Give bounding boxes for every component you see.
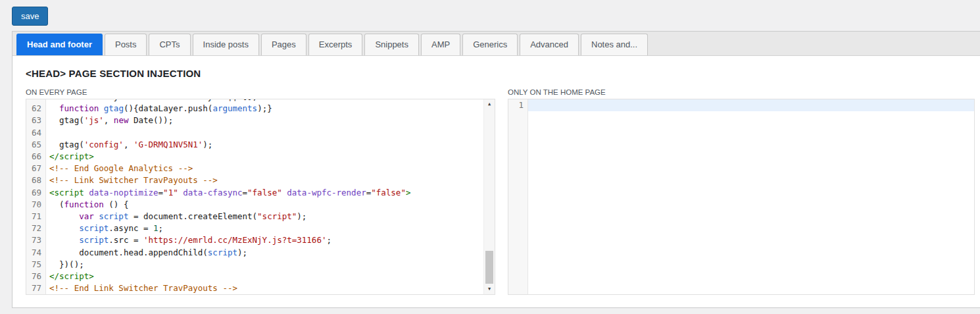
line-number: 68 bbox=[26, 174, 46, 186]
tab-generics[interactable]: Generics bbox=[462, 34, 518, 55]
settings-panel: Head and footerPostsCPTsInside postsPage… bbox=[12, 31, 980, 308]
code-token: <script bbox=[49, 188, 84, 197]
code-token: var bbox=[79, 211, 94, 221]
line-number: 76 bbox=[26, 271, 46, 282]
code-line: 72 script.async = 1; bbox=[26, 222, 495, 234]
code-line: 71 var script = document.createElement("… bbox=[26, 211, 495, 222]
code-token: > bbox=[406, 188, 411, 197]
code-line: 62 function gtag(){dataLayer.push(argume… bbox=[26, 103, 495, 115]
code-line: 74 document.head.appendChild(script); bbox=[26, 247, 495, 259]
tab-content: <HEAD> PAGE SECTION INJECTION ON EVERY P… bbox=[12, 56, 980, 295]
code-line: 75 })(); bbox=[26, 259, 495, 271]
code-token: ( bbox=[49, 199, 64, 209]
code-token: <!-- Link Switcher TravPayouts --> bbox=[49, 175, 218, 185]
scroll-up-button[interactable]: ▲ bbox=[484, 99, 495, 109]
section-heading: <HEAD> PAGE SECTION INJECTION bbox=[26, 68, 975, 79]
line-number: 71 bbox=[26, 211, 46, 222]
code-token: </script> bbox=[49, 151, 94, 161]
editor-scrollbar[interactable]: ▲ ▼ bbox=[483, 99, 495, 294]
code-token: ; bbox=[159, 223, 164, 233]
code-token: );} bbox=[257, 103, 272, 113]
tab-bar: Head and footerPostsCPTsInside postsPage… bbox=[12, 32, 980, 56]
line-number: 72 bbox=[26, 222, 46, 234]
code-line-text: script.async = 1; bbox=[46, 222, 495, 234]
tab-notes-and[interactable]: Notes and... bbox=[581, 34, 648, 55]
code-token: = document.createElement( bbox=[128, 211, 257, 221]
code-editor-home-page[interactable]: 1 bbox=[508, 99, 975, 295]
code-line: 68<!-- Link Switcher TravPayouts --> bbox=[26, 174, 495, 186]
tab-pages[interactable]: Pages bbox=[261, 34, 306, 55]
line-number: 74 bbox=[26, 247, 46, 259]
active-code-line: 1 bbox=[508, 99, 974, 111]
code-token: })(); bbox=[49, 259, 84, 269]
code-token: 'https://emrld.cc/MzExNjY.js?t=31166' bbox=[143, 235, 326, 245]
code-line-text: (function () { bbox=[46, 199, 495, 211]
save-button[interactable]: save bbox=[12, 7, 48, 26]
code-token: <!-- End Google Analytics --> bbox=[49, 163, 193, 173]
code-token bbox=[99, 103, 104, 113]
tab-inside-posts[interactable]: Inside posts bbox=[193, 34, 259, 55]
code-line-text: document.head.appendChild(script); bbox=[46, 247, 495, 259]
code-token: .async = bbox=[109, 223, 153, 233]
tab-head-and-footer[interactable]: Head and footer bbox=[16, 34, 103, 55]
line-number: 64 bbox=[26, 127, 46, 139]
code-line: 69<script data-noptimize="1" data-cfasyn… bbox=[26, 187, 495, 199]
code-token: 1 bbox=[153, 223, 159, 233]
code-token: .src = bbox=[109, 235, 143, 245]
editor-gutter bbox=[508, 99, 528, 294]
tab-posts[interactable]: Posts bbox=[105, 34, 147, 55]
code-line: 70 (function () { bbox=[26, 199, 495, 211]
code-token: 'G-DRMQ1NV5N1' bbox=[134, 140, 203, 149]
code-editor-every-page[interactable]: 61window.dataLayer = window.dataLayer ||… bbox=[26, 99, 495, 295]
code-line-text: <!-- End Google Analytics --> bbox=[46, 163, 495, 174]
code-line-text: function gtag(){dataLayer.push(arguments… bbox=[46, 103, 495, 115]
line-number: 75 bbox=[26, 259, 46, 271]
code-token: script bbox=[208, 248, 237, 257]
tab-excerpts[interactable]: Excerpts bbox=[308, 34, 363, 55]
code-token bbox=[49, 235, 79, 245]
code-token: "script" bbox=[257, 211, 297, 221]
code-token: </script> bbox=[49, 271, 94, 281]
code-token: "false" bbox=[371, 188, 406, 197]
code-line-text: <!-- Link Switcher TravPayouts --> bbox=[46, 174, 495, 186]
code-token: data-cfasync bbox=[183, 188, 242, 197]
tab-cpts[interactable]: CPTs bbox=[149, 34, 190, 55]
every-page-column: ON EVERY PAGE 61window.dataLayer = windo… bbox=[26, 88, 495, 295]
code-token: function bbox=[64, 199, 104, 209]
code-line: 76</script> bbox=[26, 271, 495, 282]
tab-snippets[interactable]: Snippets bbox=[364, 34, 419, 55]
code-token: data-noptimize bbox=[89, 188, 158, 197]
code-token: Date()); bbox=[128, 115, 173, 125]
code-token: document.head.appendChild( bbox=[49, 248, 208, 257]
line-number: 65 bbox=[26, 139, 46, 151]
code-token bbox=[49, 211, 79, 221]
code-line-text bbox=[46, 127, 495, 139]
code-token: ); bbox=[237, 248, 247, 257]
code-token: () { bbox=[104, 199, 129, 209]
code-token: = bbox=[159, 188, 164, 197]
line-number: 62 bbox=[26, 103, 46, 115]
tab-advanced[interactable]: Advanced bbox=[520, 34, 579, 55]
code-token: = bbox=[243, 188, 248, 197]
code-line-text: </script> bbox=[46, 151, 495, 163]
tab-amp[interactable]: AMP bbox=[421, 34, 460, 55]
code-line: 66</script> bbox=[26, 151, 495, 163]
scroll-down-button[interactable]: ▼ bbox=[484, 284, 495, 294]
editors-row: ON EVERY PAGE 61window.dataLayer = windo… bbox=[26, 88, 975, 295]
line-number: 73 bbox=[26, 234, 46, 246]
scrollbar-thumb[interactable] bbox=[485, 251, 493, 284]
code-token: window.dataLayer = window.dataLayer || [… bbox=[49, 99, 257, 101]
code-token: function bbox=[59, 103, 99, 113]
code-line-text: gtag('config', 'G-DRMQ1NV5N1'); bbox=[46, 139, 495, 151]
code-token: gtag( bbox=[49, 140, 84, 149]
code-token: script bbox=[99, 211, 128, 221]
code-token: ); bbox=[297, 211, 306, 221]
code-token: , bbox=[124, 140, 134, 149]
code-line-text: var script = document.createElement("scr… bbox=[46, 211, 495, 222]
right-editor-label: ONLY ON THE HOME PAGE bbox=[508, 88, 975, 96]
code-line-text: <script data-noptimize="1" data-cfasync=… bbox=[46, 187, 495, 199]
line-number: 77 bbox=[26, 282, 46, 294]
home-page-column: ONLY ON THE HOME PAGE 1 bbox=[508, 88, 975, 295]
line-number: 1 bbox=[508, 99, 528, 111]
line-number: 67 bbox=[26, 163, 46, 174]
